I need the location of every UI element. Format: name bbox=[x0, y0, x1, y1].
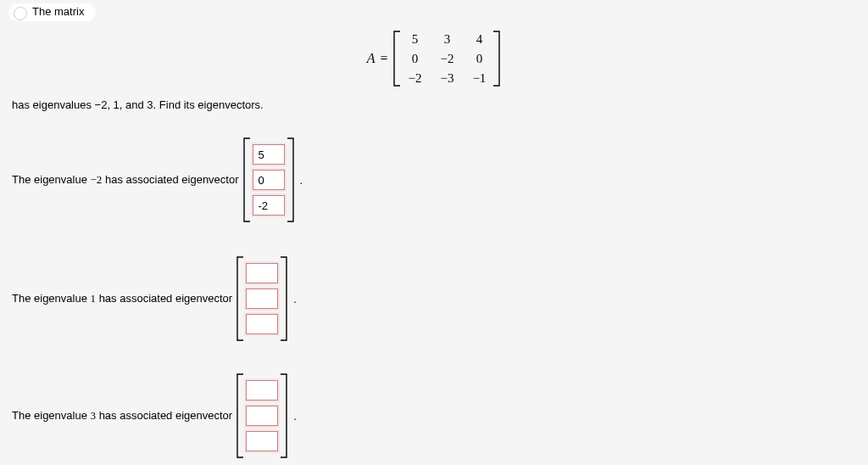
matrix-cell: 3 bbox=[440, 32, 453, 47]
left-bracket-icon bbox=[236, 256, 244, 341]
eigenvector-input[interactable] bbox=[246, 431, 278, 451]
matrix-cell: 5 bbox=[408, 32, 421, 47]
matrix-cell: 0 bbox=[408, 52, 421, 66]
left-bracket-icon bbox=[242, 137, 251, 222]
eigenvector-inputs bbox=[244, 260, 280, 338]
matrix-cell: −2 bbox=[440, 52, 453, 66]
equals-sign: = bbox=[380, 51, 387, 66]
eigenvector-row-neg2: The eigenvalue −2 has associated eigenve… bbox=[12, 137, 303, 222]
right-bracket-icon bbox=[280, 373, 288, 458]
right-bracket-icon bbox=[287, 137, 295, 222]
sentence-period: . bbox=[293, 410, 297, 423]
matrix-cell: −3 bbox=[440, 71, 453, 86]
eigenvector-label: The eigenvalue −2 has associated eigenve… bbox=[12, 173, 239, 187]
eigenvector-inputs bbox=[251, 141, 287, 219]
eigenvector-input[interactable] bbox=[253, 144, 285, 165]
label-pre: The eigenvalue bbox=[12, 409, 91, 422]
matrix-equation: A = 5 3 4 0 −2 0 −2 −3 −1 bbox=[0, 31, 868, 87]
eigenvector-inputs bbox=[244, 377, 280, 455]
right-bracket-icon bbox=[492, 31, 501, 87]
instructions-text: has eigenvalues −2, 1, and 3. Find its e… bbox=[12, 98, 264, 111]
label-post: has associated eigenvector bbox=[96, 409, 232, 422]
question-intro-chip: The matrix bbox=[8, 3, 96, 21]
label-pre: The eigenvalue bbox=[12, 173, 91, 186]
label-post: has associated eigenvector bbox=[96, 292, 232, 305]
matrix-label: A bbox=[367, 51, 376, 66]
eigenvector-label: The eigenvalue 3 has associated eigenvec… bbox=[12, 409, 232, 423]
matrix-cell: 0 bbox=[472, 52, 486, 66]
eigenvector-bracket-group bbox=[236, 373, 288, 458]
eigenvector-input[interactable] bbox=[246, 289, 278, 309]
eigenvector-bracket-group bbox=[236, 256, 288, 341]
eigenvector-input[interactable] bbox=[246, 406, 278, 426]
eigenvector-input[interactable] bbox=[246, 263, 278, 283]
right-bracket-icon bbox=[280, 256, 288, 341]
sentence-period: . bbox=[300, 174, 303, 187]
label-pre: The eigenvalue bbox=[12, 292, 91, 305]
matrix-cell: −2 bbox=[408, 71, 421, 86]
eigenvector-input[interactable] bbox=[253, 195, 285, 216]
eigenvector-label: The eigenvalue 1 has associated eigenvec… bbox=[12, 292, 232, 305]
sentence-period: . bbox=[293, 293, 297, 305]
eigenvector-row-1: The eigenvalue 1 has associated eigenvec… bbox=[12, 256, 297, 341]
left-bracket-icon bbox=[392, 31, 401, 87]
left-bracket-icon bbox=[236, 373, 244, 458]
eigenvector-input[interactable] bbox=[253, 170, 285, 190]
label-post: has associated eigenvector bbox=[102, 173, 238, 186]
radio-outline-icon bbox=[14, 7, 27, 20]
eigenvector-bracket-group bbox=[242, 137, 295, 222]
eigenvector-input[interactable] bbox=[246, 380, 278, 401]
eigenvalue-value: −2 bbox=[91, 173, 103, 186]
eigenvector-input[interactable] bbox=[246, 314, 278, 334]
eigenvector-row-3: The eigenvalue 3 has associated eigenvec… bbox=[12, 373, 297, 458]
matrix-grid: 5 3 4 0 −2 0 −2 −3 −1 bbox=[401, 32, 492, 86]
matrix-cell: 4 bbox=[472, 32, 486, 47]
matrix-cell: −1 bbox=[472, 71, 486, 86]
intro-text: The matrix bbox=[32, 5, 84, 18]
page-root: { "intro": "The matrix", "matrix": { "la… bbox=[0, 0, 868, 465]
